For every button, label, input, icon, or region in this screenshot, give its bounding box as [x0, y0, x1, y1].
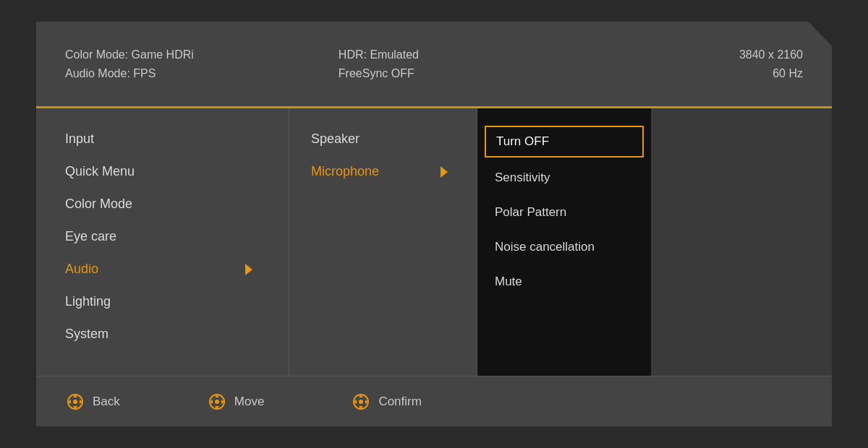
- audio-arrow-icon: [245, 264, 252, 275]
- menu-item-lighting[interactable]: Lighting: [36, 285, 289, 318]
- color-mode-text: Color Mode: Game HDRi: [65, 48, 194, 61]
- menu-item-system[interactable]: System: [36, 318, 289, 350]
- move-joystick-icon: [207, 392, 227, 412]
- move-action[interactable]: Move: [207, 392, 265, 412]
- menu-item-quick-menu[interactable]: Quick Menu: [36, 155, 289, 188]
- menu-item-input[interactable]: Input: [36, 123, 289, 155]
- freesync-text: FreeSync OFF: [339, 67, 419, 80]
- hdr-text: HDR: Emulated: [339, 48, 419, 61]
- bottom-bar: Back Move Confirm: [36, 376, 832, 426]
- option-sensitivity[interactable]: Sensitivity: [477, 160, 651, 195]
- option-mute[interactable]: Mute: [477, 264, 651, 299]
- status-col-mid: HDR: Emulated FreeSync OFF: [339, 48, 419, 80]
- status-bar: Color Mode: Game HDRi Audio Mode: FPS HD…: [36, 22, 832, 108]
- menu-item-audio[interactable]: Audio: [36, 253, 289, 285]
- monitor-frame: Color Mode: Game HDRi Audio Mode: FPS HD…: [36, 22, 832, 426]
- submenu-item-speaker[interactable]: Speaker: [289, 123, 477, 155]
- option-noise-cancellation[interactable]: Noise cancellation: [477, 230, 651, 264]
- main-menu: Input Quick Menu Color Mode Eye care Aud…: [36, 108, 289, 376]
- svg-point-13: [359, 400, 363, 404]
- confirm-joystick-icon: [351, 392, 371, 412]
- option-polar-pattern[interactable]: Polar Pattern: [477, 195, 651, 230]
- microphone-arrow-icon: [441, 166, 448, 178]
- sub-menu: Speaker Microphone: [289, 108, 477, 376]
- options-menu: Turn OFF Sensitivity Polar Pattern Noise…: [477, 108, 651, 376]
- submenu-item-microphone[interactable]: Microphone: [289, 155, 477, 188]
- refresh-rate-text: 60 Hz: [773, 67, 803, 80]
- confirm-action[interactable]: Confirm: [351, 392, 422, 412]
- audio-mode-text: Audio Mode: FPS: [65, 67, 194, 80]
- svg-point-7: [215, 400, 219, 404]
- menu-item-color-mode[interactable]: Color Mode: [36, 188, 289, 220]
- back-action[interactable]: Back: [65, 392, 120, 412]
- back-joystick-icon: [65, 392, 85, 412]
- menu-item-eye-care[interactable]: Eye care: [36, 220, 289, 253]
- svg-point-1: [73, 400, 77, 404]
- main-content: Input Quick Menu Color Mode Eye care Aud…: [36, 108, 832, 376]
- resolution-text: 3840 x 2160: [739, 48, 803, 61]
- status-col-left: Color Mode: Game HDRi Audio Mode: FPS: [65, 48, 194, 80]
- status-col-right: 3840 x 2160 60 Hz: [739, 48, 803, 80]
- option-turn-off[interactable]: Turn OFF: [485, 126, 644, 158]
